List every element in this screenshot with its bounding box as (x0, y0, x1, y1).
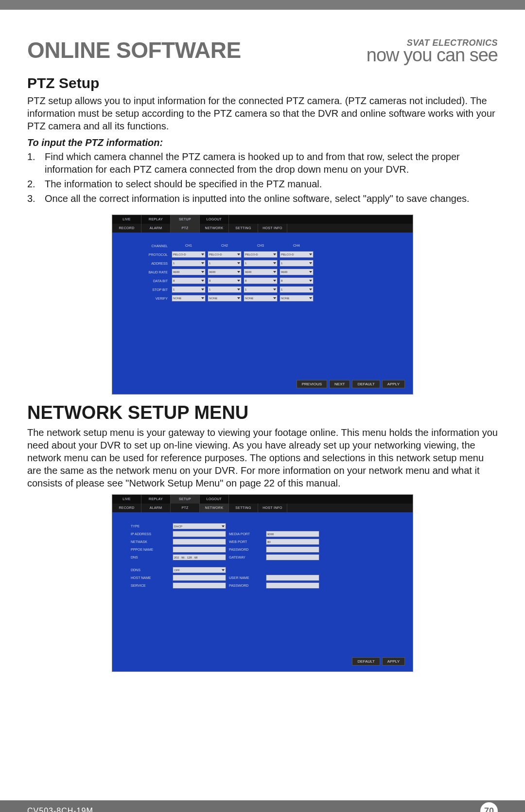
tab-live[interactable]: LIVE (112, 215, 141, 224)
network-settings-grid: TYPE DHCP IP ADDRESS MEDIA PORT 9000 NET… (131, 523, 399, 589)
network-form-body: TYPE DHCP IP ADDRESS MEDIA PORT 9000 NET… (112, 512, 413, 671)
stopbit-dropdown[interactable]: 1 (244, 286, 278, 293)
dns-label: DNS (131, 554, 170, 561)
tab-live[interactable]: LIVE (112, 495, 141, 504)
netmask-label: NETMASK (131, 539, 170, 545)
service-label: SERVICE (131, 582, 170, 589)
default-button[interactable]: DEFAULT (352, 657, 380, 666)
chevron-down-icon (237, 297, 240, 299)
protocol-dropdown[interactable]: PELCO-D (172, 251, 206, 258)
tab-logout[interactable]: LOGOUT (200, 215, 229, 224)
stopbit-dropdown[interactable]: 1 (208, 286, 242, 293)
previous-button[interactable]: PREVIOUS (297, 380, 327, 388)
network-heading: NETWORK SETUP MENU (27, 402, 498, 423)
netmask-input[interactable] (173, 539, 226, 545)
chevron-down-icon (309, 253, 312, 255)
row-label: CHANNEL (136, 242, 170, 250)
databit-dropdown[interactable]: 8 (280, 277, 314, 284)
web-port-input[interactable]: 80 (266, 539, 319, 545)
chevron-down-icon (273, 289, 276, 290)
address-dropdown[interactable]: 1 (172, 260, 206, 267)
baudrate-dropdown[interactable]: 9600 (244, 269, 278, 275)
button-row: DEFAULT APPLY (352, 657, 405, 666)
chevron-down-icon (309, 262, 312, 264)
stopbit-dropdown[interactable]: 1 (280, 286, 314, 293)
ip-label: IP ADDRESS (131, 531, 170, 538)
protocol-dropdown[interactable]: PELCO-D (208, 251, 242, 258)
subtab-hostinfo[interactable]: HOST INFO (258, 504, 287, 512)
subtab-alarm[interactable]: ALARM (141, 504, 171, 512)
password-input[interactable] (266, 546, 319, 553)
col-header: CH3 (244, 242, 278, 250)
brand-tagline: now you can see (367, 47, 498, 63)
password2-input[interactable] (266, 582, 319, 589)
pppoe-input[interactable] (173, 546, 226, 553)
apply-button[interactable]: APPLY (382, 380, 405, 388)
default-button[interactable]: DEFAULT (352, 380, 380, 388)
chevron-down-icon (273, 262, 276, 264)
databit-dropdown[interactable]: 8 (208, 277, 242, 284)
media-port-input[interactable]: 9000 (266, 531, 319, 537)
gateway-input[interactable] (266, 554, 319, 560)
sub-tab-bar: RECORD ALARM PTZ NETWORK SETTING HOST IN… (112, 224, 413, 233)
databit-dropdown[interactable]: 8 (244, 277, 278, 284)
dns-input[interactable]: 202 . 96 . 128 . 68 (173, 554, 226, 560)
baudrate-dropdown[interactable]: 9600 (208, 269, 242, 275)
tab-logout[interactable]: LOGOUT (200, 495, 229, 504)
subtab-network[interactable]: NETWORK (200, 224, 229, 233)
subtab-record[interactable]: RECORD (112, 504, 141, 512)
baudrate-dropdown[interactable]: 9600 (172, 269, 206, 275)
tab-replay[interactable]: REPLAY (141, 215, 171, 224)
chevron-down-icon (201, 253, 204, 255)
pppoe-label: PPPOE NAME (131, 546, 170, 553)
subtab-setting[interactable]: SETTING (229, 224, 258, 233)
address-dropdown[interactable]: 1 (280, 260, 314, 267)
subtab-hostinfo[interactable]: HOST INFO (258, 224, 287, 233)
ip-input[interactable] (173, 531, 226, 537)
host-input[interactable] (173, 575, 226, 581)
ddns-dropdown[interactable]: OFF (173, 567, 226, 573)
ptz-screenshot: LIVE REPLAY SETUP LOGOUT RECORD ALARM PT… (112, 215, 413, 395)
baudrate-dropdown[interactable]: 9600 (280, 269, 314, 275)
top-tab-bar: LIVE REPLAY SETUP LOGOUT (112, 215, 413, 224)
verify-dropdown[interactable]: NONE (208, 295, 242, 302)
verify-dropdown[interactable]: NONE (172, 295, 206, 302)
verify-dropdown[interactable]: NONE (280, 295, 314, 302)
chevron-down-icon (201, 289, 204, 290)
chevron-down-icon (273, 271, 276, 273)
subtab-alarm[interactable]: ALARM (141, 224, 171, 233)
chevron-down-icon (273, 297, 276, 299)
tab-setup[interactable]: SETUP (171, 215, 200, 224)
row-label: PROTOCOL (136, 251, 170, 259)
address-dropdown[interactable]: 1 (208, 260, 242, 267)
type-dropdown[interactable]: DHCP (173, 523, 226, 529)
web-label: WEB PORT (229, 539, 263, 545)
protocol-dropdown[interactable]: PELCO-D (280, 251, 314, 258)
page-footer: CV503-8CH-19M 70 (0, 800, 525, 812)
next-button[interactable]: NEXT (329, 380, 350, 388)
subtab-network[interactable]: NETWORK (200, 504, 229, 512)
subtab-ptz[interactable]: PTZ (171, 504, 200, 512)
verify-dropdown[interactable]: NONE (244, 295, 278, 302)
user-input[interactable] (266, 575, 319, 581)
chevron-down-icon (309, 271, 312, 273)
chevron-down-icon (222, 569, 225, 571)
databit-dropdown[interactable]: 8 (172, 277, 206, 284)
chevron-down-icon (201, 262, 204, 264)
subtab-setting[interactable]: SETTING (229, 504, 258, 512)
media-label: MEDIA PORT (229, 531, 263, 538)
service-input[interactable] (173, 582, 226, 589)
subtab-record[interactable]: RECORD (112, 224, 141, 233)
protocol-dropdown[interactable]: PELCO-D (244, 251, 278, 258)
address-dropdown[interactable]: 1 (244, 260, 278, 267)
network-intro: The network setup menu is your gateway t… (27, 426, 498, 489)
subtab-ptz[interactable]: PTZ (171, 224, 200, 233)
tab-replay[interactable]: REPLAY (141, 495, 171, 504)
stopbit-dropdown[interactable]: 1 (172, 286, 206, 293)
sub-tab-bar: RECORD ALARM PTZ NETWORK SETTING HOST IN… (112, 504, 413, 512)
chevron-down-icon (237, 262, 240, 264)
ptz-form-body: CHANNEL CH1 CH2 CH3 CH4 PROTOCOL PELCO-D… (112, 233, 413, 394)
tab-setup[interactable]: SETUP (171, 495, 200, 504)
apply-button[interactable]: APPLY (382, 657, 405, 666)
chevron-down-icon (237, 280, 240, 282)
